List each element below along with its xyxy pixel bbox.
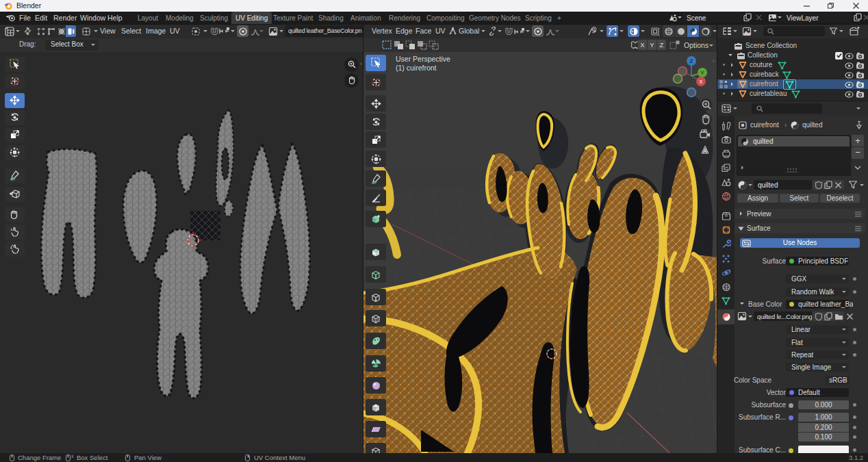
svg-text:‹: ‹ (713, 57, 715, 64)
svg-text:Z: Z (690, 58, 693, 64)
svg-text:Y: Y (700, 70, 704, 76)
svg-text:X: X (699, 79, 703, 85)
